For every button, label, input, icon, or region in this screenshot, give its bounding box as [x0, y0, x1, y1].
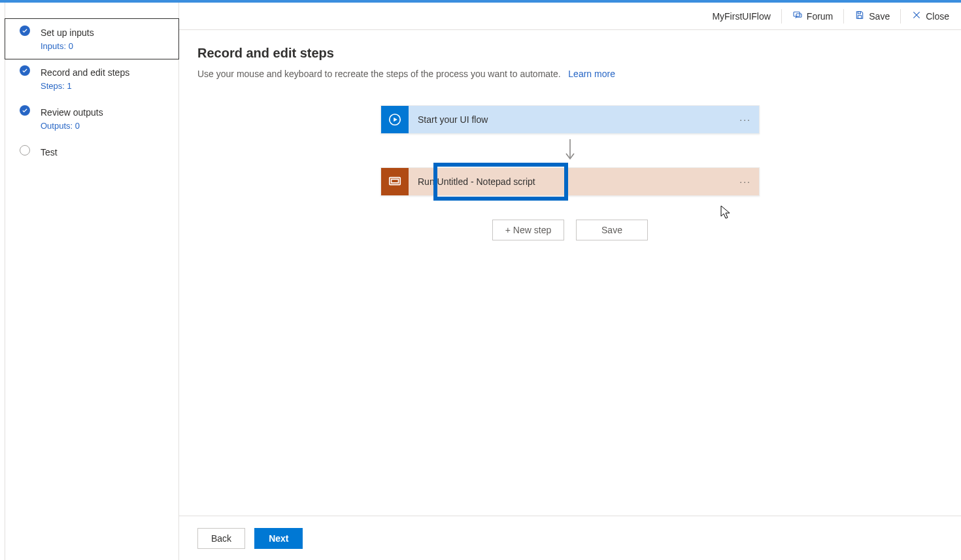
- svg-rect-2: [858, 12, 861, 14]
- next-button[interactable]: Next: [254, 528, 303, 549]
- new-step-button[interactable]: + New step: [492, 220, 564, 240]
- canvas-action-row: + New step Save: [492, 220, 648, 240]
- sidebar-item-sublabel: Inputs: 0: [41, 41, 172, 51]
- save-icon: [854, 10, 865, 22]
- forum-icon: [792, 10, 803, 22]
- divider: [781, 9, 782, 24]
- card-label: Start your UI flow: [418, 114, 488, 125]
- divider: [900, 9, 901, 24]
- wizard-steps-list: Set up inputs Inputs: 0 Record and edit …: [5, 18, 178, 166]
- card-body: Run Untitled - Notepad script ···: [409, 168, 759, 195]
- save-label: Save: [869, 11, 890, 22]
- card-body: Start your UI flow ···: [409, 106, 759, 133]
- ellipsis-icon[interactable]: ···: [739, 115, 751, 124]
- page-description: Use your mouse and keyboard to recreate …: [197, 69, 943, 79]
- card-start-ui-flow[interactable]: Start your UI flow ···: [380, 105, 760, 134]
- close-icon: [911, 10, 922, 22]
- app-root: Set up inputs Inputs: 0 Record and edit …: [0, 3, 961, 560]
- close-label: Close: [926, 11, 949, 22]
- divider: [843, 9, 844, 24]
- check-icon: [20, 105, 30, 116]
- content-area: Record and edit steps Use your mouse and…: [179, 30, 961, 516]
- sidebar-item-review-outputs[interactable]: Review outputs Outputs: 0: [5, 99, 178, 139]
- save-button[interactable]: Save: [849, 7, 895, 25]
- check-icon: [20, 65, 30, 76]
- sidebar-item-label: Record and edit steps: [41, 67, 172, 78]
- back-button[interactable]: Back: [197, 528, 245, 549]
- wizard-sidebar: Set up inputs Inputs: 0 Record and edit …: [5, 3, 179, 560]
- svg-rect-3: [858, 16, 862, 19]
- wizard-footer: Back Next: [179, 516, 961, 560]
- check-icon: [20, 25, 30, 36]
- top-command-bar: MyFirstUIFlow Forum Save Close: [179, 3, 961, 30]
- arrow-down-icon: [562, 138, 578, 163]
- card-run-notepad-script[interactable]: Run Untitled - Notepad script ···: [380, 167, 760, 196]
- sidebar-item-label: Set up inputs: [41, 27, 172, 39]
- forum-button[interactable]: Forum: [787, 7, 838, 25]
- left-edge: [0, 3, 5, 560]
- flow-canvas: Start your UI flow ··· Run Untitled - No…: [197, 105, 943, 240]
- ellipsis-icon[interactable]: ···: [739, 177, 751, 186]
- circle-icon: [20, 145, 30, 156]
- learn-more-link[interactable]: Learn more: [568, 69, 615, 79]
- card-label: Run Untitled - Notepad script: [418, 176, 535, 187]
- sidebar-item-test[interactable]: Test: [5, 139, 178, 166]
- screen-icon: [381, 168, 409, 195]
- sidebar-item-sublabel: Steps: 1: [41, 81, 172, 91]
- sidebar-item-sublabel: Outputs: 0: [41, 121, 172, 131]
- page-title: Record and edit steps: [197, 46, 943, 61]
- main-column: MyFirstUIFlow Forum Save Close: [179, 3, 961, 560]
- sidebar-item-record-and-edit-steps[interactable]: Record and edit steps Steps: 1: [5, 59, 178, 99]
- forum-label: Forum: [807, 11, 833, 22]
- sidebar-item-set-up-inputs[interactable]: Set up inputs Inputs: 0: [5, 18, 179, 59]
- play-icon: [381, 106, 409, 133]
- page-description-text: Use your mouse and keyboard to recreate …: [197, 69, 561, 79]
- svg-rect-0: [794, 12, 800, 16]
- sidebar-item-label: Review outputs: [41, 107, 172, 118]
- svg-rect-7: [392, 179, 399, 183]
- canvas-save-button[interactable]: Save: [576, 220, 648, 240]
- close-button[interactable]: Close: [906, 7, 954, 25]
- sidebar-item-label: Test: [41, 146, 172, 158]
- flow-name-label: MyFirstUIFlow: [712, 11, 770, 22]
